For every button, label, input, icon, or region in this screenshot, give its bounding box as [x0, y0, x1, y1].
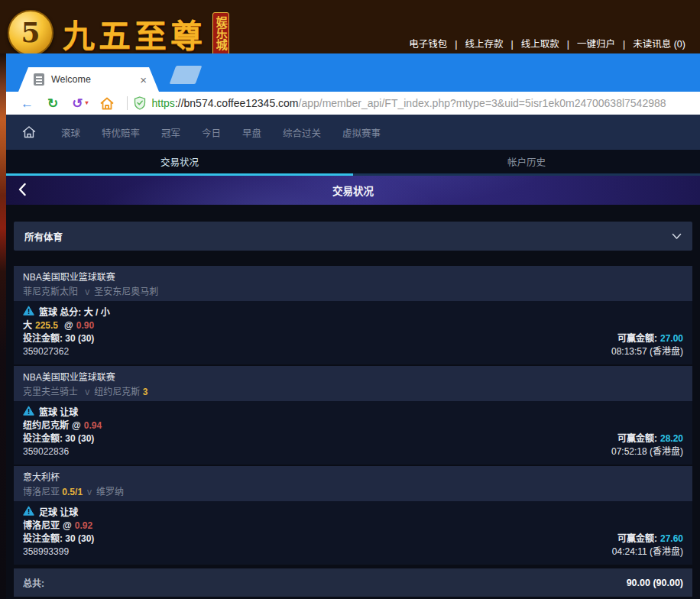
page-banner: 交易状况: [6, 176, 700, 205]
stake-row: 投注金额: 30 (30): [23, 533, 94, 546]
nav-home-icon[interactable]: [21, 125, 37, 140]
record-summary: 可赢金额:27.00 08:13:57 (香港盘): [611, 306, 683, 358]
bet-time: 08:13:57 (香港盘): [611, 345, 683, 358]
browser-tab-welcome[interactable]: Welcome ×: [18, 67, 159, 92]
browser-tab-title: Welcome: [51, 74, 91, 85]
match-teams: 菲尼克斯太阳 v圣安东尼奥马刺: [23, 286, 683, 298]
record-body: 篮球 让球 纽约尼克斯@0.94 投注金额: 30 (30) 359022836…: [14, 401, 692, 465]
background-page-strip: [0, 53, 6, 599]
site-navbar: 滚球特优赔率冠军今日早盘综合过关虚拟赛事: [6, 115, 700, 150]
record-details: 足球 让球 博洛尼亚@0.92 投注金额: 30 (30) 358993399: [23, 506, 94, 559]
nav-item[interactable]: 虚拟赛事: [342, 125, 381, 140]
nav-item[interactable]: 滚球: [61, 125, 80, 140]
bet-record[interactable]: 意大利杯 博洛尼亚 0.5/1v维罗纳 足球 让球 博洛尼亚@0.92 投注金额…: [14, 466, 692, 565]
page-title: 交易状况: [332, 183, 374, 198]
header-link[interactable]: |: [567, 39, 569, 50]
browser-tabbar: Welcome ×: [6, 53, 700, 92]
versus-label: v: [85, 387, 89, 397]
record-header: 意大利杯 博洛尼亚 0.5/1v维罗纳: [14, 466, 692, 501]
bet-record[interactable]: NBA美国职业篮球联赛 克里夫兰骑士 v纽约尼克斯 3 篮球 让球 纽约尼克斯@…: [14, 366, 692, 465]
nav-items: 滚球特优赔率冠军今日早盘综合过关虚拟赛事: [50, 125, 391, 140]
tab-account-history[interactable]: 帐户历史: [353, 150, 700, 176]
record-body: 篮球 总分: 大 / 小 大225.5@0.90 投注金额: 30 (30) 3…: [14, 301, 692, 364]
secure-shield-icon[interactable]: [134, 96, 146, 110]
header-link[interactable]: |: [623, 39, 625, 50]
bet-type: 篮球 让球: [39, 406, 78, 419]
bet-type-row: 篮球 让球: [23, 406, 102, 419]
back-icon[interactable]: ←: [21, 97, 34, 110]
record-details: 篮球 总分: 大 / 小 大225.5@0.90 投注金额: 30 (30) 3…: [23, 306, 110, 358]
header-link[interactable]: |: [510, 39, 513, 50]
site-logo[interactable]: 5 九五至尊 娱乐城: [8, 5, 229, 53]
stake-value: 30 (30): [65, 533, 94, 544]
sport-filter-dropdown[interactable]: 所有体育: [14, 222, 692, 251]
selection: 大: [23, 320, 32, 331]
url-text[interactable]: https://bn574.coffee12345.com/app/member…: [152, 97, 666, 109]
selection: 博洛尼亚: [23, 520, 60, 531]
win-row: 可赢金额:27.00: [611, 332, 683, 345]
url-host: ://bn574.coffee12345.com: [175, 97, 299, 109]
undo-icon[interactable]: ↺: [72, 97, 83, 110]
header-link[interactable]: 线上存款: [465, 39, 503, 50]
away-team: 纽约尼克斯: [94, 387, 140, 397]
nav-item[interactable]: 综合过关: [283, 125, 321, 140]
bet-id: 358993399: [23, 546, 94, 559]
header-link[interactable]: |: [455, 39, 457, 50]
bet-id: 359022836: [23, 445, 102, 458]
away-team: 圣安东尼奥马刺: [94, 287, 158, 297]
header-link[interactable]: 未读讯息 (0): [633, 39, 685, 50]
header-link[interactable]: 一键归户: [577, 39, 615, 50]
total-amount: 90.00 (90.00): [627, 578, 683, 588]
url-path: /app/member_api/FT_index.php?mtype=3&uid…: [299, 97, 666, 109]
odds-value: 0.94: [84, 420, 102, 431]
header-link[interactable]: 电子钱包: [409, 39, 447, 50]
tab-trade-status[interactable]: 交易状况: [6, 150, 353, 176]
odds-value: 0.92: [75, 520, 92, 531]
league-name: 意大利杯: [23, 471, 683, 484]
nav-item[interactable]: 早盘: [242, 125, 261, 140]
logo-symbol: 5: [21, 16, 40, 48]
nav-item[interactable]: 今日: [202, 125, 221, 140]
bet-type-row: 足球 让球: [23, 506, 94, 520]
home-team: 博洛尼亚: [23, 487, 60, 497]
home-icon[interactable]: [100, 97, 114, 110]
stake-value: 30 (30): [65, 333, 94, 344]
back-chevron-icon[interactable]: [18, 183, 26, 199]
versus-label: v: [87, 487, 92, 497]
sport-filter-value: 所有体育: [24, 229, 63, 244]
header-links: 电子钱包|线上存款|线上取款|一键归户|未读讯息 (0): [405, 36, 689, 50]
record-body: 足球 让球 博洛尼亚@0.92 投注金额: 30 (30) 358993399 …: [14, 501, 692, 565]
alert-triangle-icon: [23, 506, 34, 520]
selection: 纽约尼克斯: [23, 420, 69, 431]
selection-row: 纽约尼克斯@0.94: [23, 419, 102, 432]
bet-type: 足球 让球: [39, 507, 78, 520]
header-link[interactable]: 线上取款: [521, 39, 559, 50]
chevron-down-icon: [672, 229, 682, 243]
win-label: 可赢金额:: [617, 533, 657, 544]
record-header: NBA美国职业篮球联赛 菲尼克斯太阳 v圣安东尼奥马刺: [14, 266, 692, 301]
match-teams: 博洛尼亚 0.5/1v维罗纳: [23, 486, 683, 498]
nav-item[interactable]: 特优赔率: [102, 125, 140, 140]
toolbar-separator: [127, 96, 128, 110]
address-bar[interactable]: https://bn574.coffee12345.com/app/member…: [134, 96, 700, 110]
total-footer: 总共: 90.00 (90.00): [14, 568, 692, 597]
bet-record[interactable]: NBA美国职业篮球联赛 菲尼克斯太阳 v圣安东尼奥马刺 篮球 总分: 大 / 小…: [14, 266, 692, 364]
url-scheme: https: [152, 97, 175, 109]
bet-type: 篮球 总分: 大 / 小: [39, 306, 110, 319]
new-tab-button[interactable]: [170, 66, 203, 84]
refresh-icon[interactable]: ↻: [47, 97, 58, 110]
league-name: NBA美国职业篮球联赛: [23, 371, 683, 384]
at-sign: @: [64, 320, 73, 331]
undo-dropdown-caret-icon[interactable]: ▾: [86, 100, 89, 106]
stake-label: 投注金额:: [23, 333, 63, 344]
record-summary: 可赢金额:28.20 07:52:18 (香港盘): [611, 406, 683, 458]
win-amount: 28.20: [660, 433, 683, 444]
at-sign: @: [63, 520, 72, 531]
tab-close-icon[interactable]: ×: [140, 74, 147, 86]
nav-item[interactable]: 冠军: [161, 125, 180, 140]
selection-row: 博洛尼亚@0.92: [23, 520, 94, 533]
selection-line: 225.5: [35, 320, 58, 331]
odds-value: 0.90: [76, 320, 94, 331]
logo-coin-icon: 5: [8, 10, 53, 53]
stake-label: 投注金额:: [23, 533, 63, 544]
